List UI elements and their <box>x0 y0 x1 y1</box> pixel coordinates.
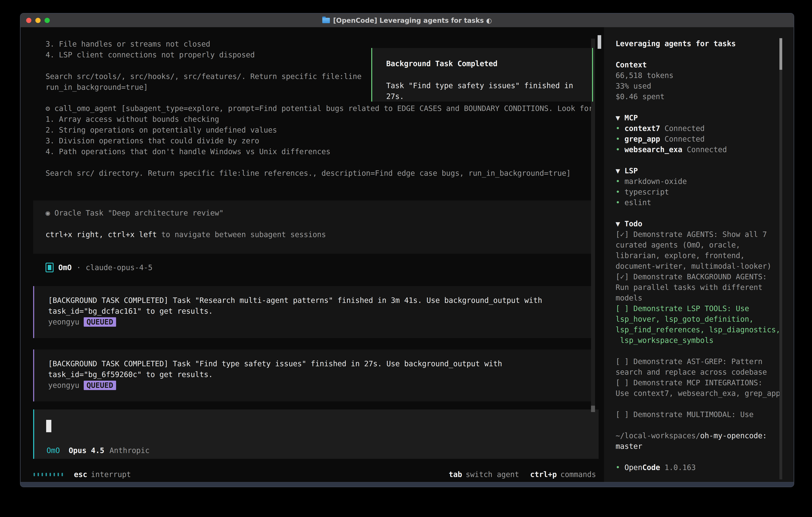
input-model-row: OmO Opus 4.5 Anthropic <box>47 445 150 456</box>
text-segment: Connected <box>660 124 705 133</box>
text-segment: websearch_exa <box>625 145 683 154</box>
text-segment: lsp_hover, lsp_goto_definition, <box>616 315 754 324</box>
text-segment: Code <box>642 463 660 472</box>
text-segment: 1. Array access without bounds checking <box>46 115 219 124</box>
context-line: $0.46 spent <box>616 91 776 102</box>
window-title-group: [OpenCode] Leveraging agents for tasks ◐ <box>322 17 492 24</box>
text-segment: master <box>616 442 642 451</box>
close-button[interactable] <box>26 18 31 23</box>
todo-line <box>616 346 776 356</box>
conversation-scrollbar-thumb[interactable] <box>591 406 595 412</box>
text-segment: lsp_workspace_symbols <box>616 336 714 345</box>
background-task-message: [BACKGROUND TASK COMPLETED] Task "Find t… <box>33 350 592 402</box>
text-segment: [✓] Demonstrate BACKGROUND AGENTS: <box>616 272 767 281</box>
agent-name: OmO <box>58 263 72 272</box>
text-segment <box>46 158 50 167</box>
main-scrollbar-thumb[interactable] <box>598 35 601 49</box>
queued-badge: QUEUED <box>84 381 116 390</box>
tab-key-hint: tab <box>449 470 462 479</box>
text-segment: [BACKGROUND TASK COMPLETED] Task "Find t… <box>48 359 502 368</box>
text-segment: 33% used <box>616 82 651 90</box>
message-line: task_id="bg_dcfac161" to get results. <box>48 306 592 317</box>
activity-dots-icon <box>34 473 63 476</box>
text-segment: context7 <box>625 124 660 133</box>
text-segment: typescript <box>625 188 669 196</box>
toast-notification[interactable]: Background Task Completed Task "Find typ… <box>371 48 593 102</box>
text-segment: Run parallel tasks with different <box>616 283 762 292</box>
tab-key-label: switch agent <box>466 470 519 479</box>
session-title: Leveraging agents for tasks <box>616 38 776 49</box>
todo-section[interactable]: ▼ Todo[✓] Demonstrate AGENTS: Show all 7… <box>616 219 776 420</box>
todo-line: models <box>616 293 776 303</box>
text-segment: [ ] Demonstrate LSP TOOLS: Use <box>616 304 749 313</box>
gear-icon: ⚙ <box>46 104 55 113</box>
esc-key-hint: esc <box>74 470 87 479</box>
text-segment: Todo <box>625 219 642 228</box>
commands-hint: ctrl+p commands <box>530 470 596 479</box>
text-segment: models <box>616 294 642 302</box>
terminal-line <box>46 60 361 71</box>
todo-line: [ ] Demonstrate LSP TOOLS: Use <box>616 303 776 314</box>
text-segment: 4. LSP client connections not properly d… <box>46 51 255 59</box>
lsp-line: • markdown-oxide <box>616 176 776 187</box>
oracle-line <box>46 219 592 229</box>
session-icon: ◉ <box>46 209 55 217</box>
todo-line: librarian, explore, frontend, <box>616 250 776 261</box>
prompt-input[interactable]: OmO Opus 4.5 Anthropic <box>33 409 599 459</box>
status-dot-icon: • <box>616 124 625 133</box>
text-segment: ctrl+x right, ctrl+x left <box>46 230 157 239</box>
app-window: [OpenCode] Leveraging agents for tasks ◐… <box>20 13 794 487</box>
context-line: Context <box>616 60 776 70</box>
todo-line: [✓] Demonstrate BACKGROUND AGENTS: <box>616 272 776 282</box>
text-segment: $0.46 spent <box>616 92 665 101</box>
text-segment <box>46 219 50 228</box>
terminal-line <box>46 157 593 168</box>
chat-area: 3. File handles or streams not closed4. … <box>21 27 604 483</box>
text-segment <box>616 400 620 408</box>
text-segment: task_id="bg_6f59260c" to get results. <box>48 370 213 379</box>
text-segment: Open <box>625 463 642 472</box>
minimize-button[interactable] <box>35 18 40 23</box>
workspace-path: ~/local-workspaces/oh-my-opencode:master <box>616 430 776 452</box>
collapse-triangle-icon: ▼ <box>616 113 625 122</box>
mcp-line: ▼ MCP <box>616 113 776 123</box>
input-agent-name: OmO <box>47 446 60 455</box>
text-segment: 3. Division operations that could divide… <box>46 137 259 145</box>
oracle-line: ◉ Oracle Task "Deep architecture review" <box>46 208 592 219</box>
text-segment: run_in_background=true] <box>46 83 148 91</box>
zoom-button[interactable] <box>45 18 50 23</box>
window-bottom-bar <box>21 482 793 487</box>
sidebar-scrollbar[interactable] <box>779 38 782 480</box>
mcp-line: • websearch_exa Connected <box>616 144 776 155</box>
text-segment: [✓] Demonstrate AGENTS: Show all 7 <box>616 230 767 239</box>
agent-call-text: ⚙ call_omo_agent [subagent_type=explore,… <box>46 103 593 179</box>
todo-line: lsp_hover, lsp_goto_definition, <box>616 314 776 324</box>
separator-dot: · <box>77 263 81 272</box>
text-segment: 3. File handles or streams not closed <box>46 40 210 48</box>
message-line: [BACKGROUND TASK COMPLETED] Task "Resear… <box>48 295 592 306</box>
ctrlp-key-hint: ctrl+p <box>530 470 557 479</box>
todo-line: document-writer, multimodal-looker) <box>616 261 776 272</box>
text-segment: 66,518 tokens <box>616 71 673 80</box>
todo-line: lsp_find_references, lsp_diagnostics, <box>616 324 776 335</box>
text-segment: markdown-oxide <box>625 177 687 186</box>
esc-key-label: interrupt <box>91 470 131 479</box>
workspace-line: ~/local-workspaces/oh-my-opencode: <box>616 430 776 441</box>
text-segment: call_omo_agent [subagent_type=explore, p… <box>55 104 593 113</box>
text-segment: task_id="bg_dcfac161" to get results. <box>48 307 213 316</box>
tab-hint: tab switch agent <box>449 470 519 479</box>
message-line: task_id="bg_6f59260c" to get results. <box>48 369 592 380</box>
mcp-section[interactable]: ▼ MCP• context7 Connected• grep_app Conn… <box>616 113 776 155</box>
text-segment: [ ] Demonstrate MCP INTEGRATIONS: <box>616 378 762 387</box>
agent-square-icon <box>46 263 54 272</box>
text-segment: [BACKGROUND TASK COMPLETED] Task "Resear… <box>48 296 542 305</box>
status-bar: esc interrupt tab switch agent ctrl+p co… <box>34 469 596 480</box>
status-dot-icon: • <box>616 188 625 196</box>
lsp-section[interactable]: ▼ LSP• markdown-oxide• typescript• eslin… <box>616 166 776 208</box>
text-segment: Oracle Task "Deep architecture review" <box>55 209 224 217</box>
oracle-task-box[interactable]: ◉ Oracle Task "Deep architecture review"… <box>33 200 592 254</box>
collapse-triangle-icon: ▼ <box>616 166 625 175</box>
background-task-message: [BACKGROUND TASK COMPLETED] Task "Resear… <box>33 286 592 338</box>
sidebar-scrollbar-thumb[interactable] <box>779 38 782 70</box>
todo-line: Use context7, websearch_exa, grep_app <box>616 388 776 399</box>
